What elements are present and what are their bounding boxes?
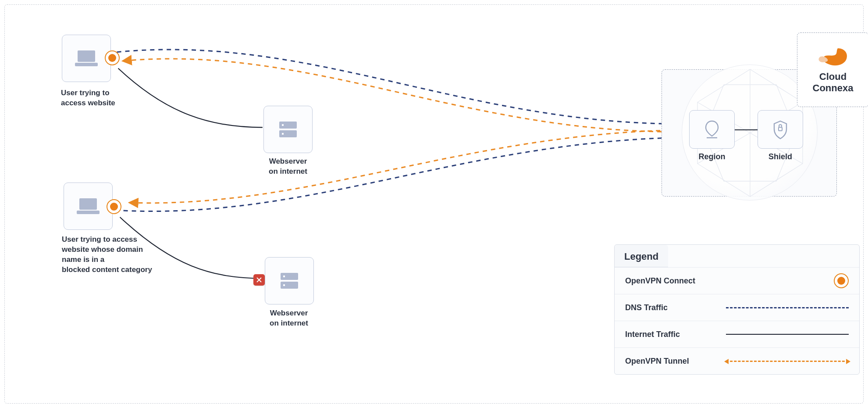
svg-rect-11 xyxy=(283,284,285,286)
webserver2-label: Webserver on internet xyxy=(254,308,324,329)
openvpn-connect-icon xyxy=(105,50,120,65)
laptop-icon xyxy=(74,49,99,68)
dns-path-user1 xyxy=(117,50,686,124)
legend-sample-internet xyxy=(726,329,849,340)
legend-label-dns: DNS Traffic xyxy=(625,303,668,312)
legend-panel: Legend OpenVPN Connect DNS Traffic Inter… xyxy=(614,244,860,375)
svg-rect-0 xyxy=(78,50,95,62)
blocked-icon xyxy=(253,274,265,286)
webserver2-node xyxy=(265,257,314,304)
openvpn-connect-icon xyxy=(107,199,121,214)
shield-label: Shield xyxy=(745,151,815,162)
legend-sample-dns xyxy=(726,302,849,313)
svg-rect-7 xyxy=(77,211,100,214)
shield-icon xyxy=(772,119,789,140)
svg-rect-6 xyxy=(79,198,97,210)
webserver1-label: Webserver on internet xyxy=(253,157,323,177)
webserver1-node xyxy=(263,106,313,153)
cloud-connexa-label: Cloud Connexa xyxy=(813,71,854,94)
svg-rect-10 xyxy=(283,276,285,277)
svg-rect-15 xyxy=(779,127,782,131)
dns-path-user2 xyxy=(124,137,686,211)
tunnel-path-user1 xyxy=(124,59,683,132)
user1-label: User trying to access website xyxy=(61,88,166,108)
connexa-logo-icon xyxy=(816,46,850,68)
tunnel-path-user2 xyxy=(130,130,683,203)
legend-row-connect: OpenVPN Connect xyxy=(615,267,859,294)
svg-rect-5 xyxy=(282,133,284,135)
svg-rect-4 xyxy=(282,124,284,126)
svg-rect-1 xyxy=(75,63,98,66)
user2-node xyxy=(64,183,113,230)
legend-row-internet: Internet Traffic xyxy=(615,321,859,347)
cloud-connexa-brand: Cloud Connexa xyxy=(797,32,868,107)
legend-label-connect: OpenVPN Connect xyxy=(625,276,695,286)
user1-node xyxy=(62,35,111,82)
legend-sample-connect xyxy=(726,276,849,286)
shield-node xyxy=(758,110,803,149)
legend-title: Legend xyxy=(615,245,668,267)
region-label: Region xyxy=(677,151,747,162)
server-icon xyxy=(279,271,300,290)
region-node xyxy=(689,110,735,149)
diagram-canvas: User trying to access website Webserver … xyxy=(4,4,864,404)
openvpn-connect-icon xyxy=(834,273,849,288)
legend-sample-tunnel xyxy=(726,356,849,366)
region-shield-connector xyxy=(735,129,758,130)
server-icon xyxy=(277,120,299,139)
laptop-icon xyxy=(76,197,100,216)
region-pin-icon xyxy=(703,119,721,140)
legend-label-internet: Internet Traffic xyxy=(625,330,680,339)
user2-label: User trying to access website whose doma… xyxy=(62,235,206,275)
legend-row-dns: DNS Traffic xyxy=(615,294,859,321)
legend-row-tunnel: OpenVPN Tunnel xyxy=(615,347,859,374)
legend-label-tunnel: OpenVPN Tunnel xyxy=(625,357,689,366)
